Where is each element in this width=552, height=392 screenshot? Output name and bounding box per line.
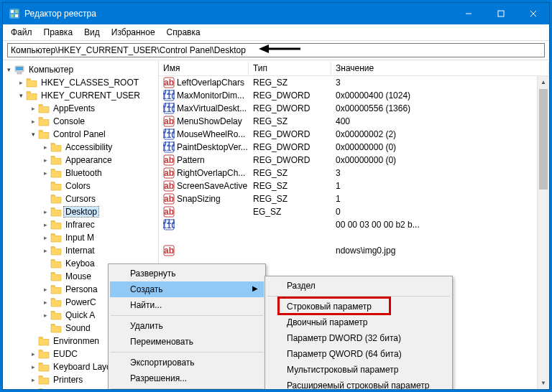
tree-label: HKEY_CLASSES_ROOT <box>40 78 140 88</box>
menu-избранное[interactable]: Избранное <box>106 26 160 39</box>
tree-item[interactable]: ▸Appearance <box>3 154 158 167</box>
tree-item[interactable]: ▸Bluetooth <box>3 167 158 179</box>
menu-item[interactable]: Создать▶ <box>110 281 264 297</box>
folder-icon <box>38 103 50 113</box>
tree-item[interactable]: ▸Internat <box>3 244 158 257</box>
tree-item[interactable]: ▸Accessibility <box>3 141 158 154</box>
tree-label: Software <box>52 388 88 389</box>
tree-item[interactable]: ▸Input M <box>3 231 158 244</box>
addressbar <box>3 41 549 60</box>
tree-item[interactable]: ▾HKEY_CURRENT_USER <box>3 89 158 102</box>
menu-separator <box>111 315 263 316</box>
string-value-icon <box>163 154 175 166</box>
tree-item[interactable]: ▾Control Panel <box>3 128 158 141</box>
tree-item[interactable]: Cursors <box>3 192 158 205</box>
menu-separator <box>111 388 263 389</box>
col-header-name[interactable]: Имя <box>159 62 249 75</box>
cell-value: 0 <box>331 207 549 217</box>
tree-item[interactable]: Colors <box>3 179 158 192</box>
list-row[interactable]: EG_SZ0 <box>159 205 549 218</box>
list-row[interactable]: MouseWheelRo...REG_DWORD0x00000002 (2) <box>159 128 549 141</box>
list-row[interactable]: PatternREG_DWORD0x00000000 (0) <box>159 154 549 167</box>
maximize-button[interactable] <box>484 3 517 24</box>
cell-name <box>159 219 249 230</box>
menu-правка[interactable]: Правка <box>39 26 78 39</box>
cell-type: REG_SZ <box>249 78 331 88</box>
context-menu-main: РазвернутьСоздать▶Найти...УдалитьПереиме… <box>108 263 266 389</box>
menu-item[interactable]: Экспортировать <box>110 355 264 370</box>
list-row[interactable]: MaxMonitorDim...REG_DWORD0x00000400 (102… <box>159 89 549 102</box>
titlebar[interactable]: Редактор реестра <box>3 3 549 24</box>
menu-item[interactable]: Удалить <box>110 318 264 334</box>
cell-name: MaxVirtualDeskt... <box>159 103 249 114</box>
tree-item[interactable]: ▸Infrarec <box>3 218 158 231</box>
menu-item[interactable]: Найти... <box>110 297 264 313</box>
menu-справка[interactable]: Справка <box>162 26 206 39</box>
app-icon <box>9 8 20 19</box>
menu-separator <box>267 296 450 297</box>
tree-label: PowerC <box>64 297 98 307</box>
col-header-type[interactable]: Тип <box>249 62 331 75</box>
menu-item[interactable]: Двоичный параметр <box>267 314 451 330</box>
tree-label: Input M <box>64 233 96 243</box>
list-row[interactable]: MaxVirtualDeskt...REG_DWORD0x00000556 (1… <box>159 102 549 115</box>
folder-icon <box>50 258 62 269</box>
menu-item[interactable]: Разрешения... <box>110 370 264 386</box>
tree-item[interactable]: ▸HKEY_CLASSES_ROOT <box>3 76 158 89</box>
tree-item[interactable]: ▸Console <box>3 115 158 128</box>
scroll-down-arrow[interactable]: ▼ <box>538 377 549 389</box>
tree-label: Keyboa <box>64 258 96 269</box>
vertical-scrollbar[interactable]: ▲ ▼ <box>537 76 549 389</box>
folder-icon <box>50 284 62 294</box>
list-row[interactable] <box>159 231 549 244</box>
string-value-icon <box>163 116 175 127</box>
cell-value: 3 <box>331 78 549 88</box>
menu-item[interactable]: Раздел <box>267 278 451 294</box>
list-row[interactable]: PaintDesktopVer...REG_DWORD0x00000000 (0… <box>159 141 549 154</box>
scroll-up-arrow[interactable]: ▲ <box>538 76 549 88</box>
tree-label: Environmen <box>52 336 101 346</box>
cell-type: REG_DWORD <box>249 103 331 113</box>
tree-label: AppEvents <box>52 103 96 113</box>
cell-name: PaintDesktopVer... <box>159 141 249 153</box>
folder-icon <box>38 388 50 389</box>
tree-item[interactable]: ▸AppEvents <box>3 102 158 115</box>
cell-name <box>159 232 249 243</box>
menu-item[interactable]: Переименовать <box>110 334 264 350</box>
menu-item[interactable]: Мультистроковый параметр <box>267 362 451 378</box>
menu-файл[interactable]: Файл <box>6 26 37 39</box>
menu-item[interactable]: Строковый параметр <box>267 299 451 314</box>
tree-label: Internat <box>64 246 96 256</box>
folder-icon <box>50 155 62 165</box>
cell-type: REG_SZ <box>249 194 331 204</box>
menu-item[interactable]: Развернуть <box>110 266 264 281</box>
tree-item[interactable]: ▸Desktop <box>3 205 158 218</box>
tree-label: Printers <box>52 375 84 385</box>
close-button[interactable] <box>517 3 549 24</box>
list-row[interactable]: RightOverlapCh...REG_SZ3 <box>159 167 549 179</box>
list-header: Имя Тип Значение <box>159 60 549 76</box>
list-row[interactable]: LeftOverlapCharsREG_SZ3 <box>159 76 549 89</box>
folder-icon <box>38 349 50 359</box>
list-row[interactable]: 00 00 03 00 00 b2 b... <box>159 218 549 231</box>
minimize-button[interactable] <box>452 3 484 24</box>
cell-name: Pattern <box>159 154 249 166</box>
col-header-value[interactable]: Значение <box>331 62 549 75</box>
menu-item[interactable]: Параметр QWORD (64 бита) <box>267 346 451 362</box>
address-input[interactable] <box>7 43 545 57</box>
scroll-thumb[interactable] <box>539 89 548 190</box>
string-value-icon <box>163 180 175 192</box>
menu-вид[interactable]: Вид <box>79 26 105 39</box>
tree-label: HKEY_CURRENT_USER <box>40 90 142 101</box>
folder-icon <box>50 271 62 281</box>
list-row[interactable]: ScreenSaveActiveREG_SZ1 <box>159 179 549 192</box>
tree-label: Desktop <box>64 207 98 217</box>
tree-root[interactable]: ▾Компьютер <box>3 63 158 76</box>
list-row[interactable]: MenuShowDelayREG_SZ400 <box>159 115 549 128</box>
cell-name: MenuShowDelay <box>159 116 249 127</box>
list-row[interactable]: ndows\img0.jpg <box>159 244 549 257</box>
list-row[interactable]: SnapSizingREG_SZ1 <box>159 192 549 205</box>
tree-label: Accessibility <box>64 142 114 152</box>
menu-item[interactable]: Параметр DWORD (32 бита) <box>267 330 451 346</box>
menu-item[interactable]: Расширяемый строковый параметр <box>267 378 451 389</box>
